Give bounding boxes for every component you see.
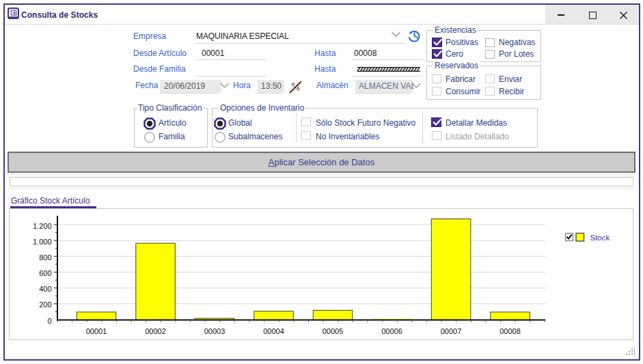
svg-text:1.000: 1.000: [33, 238, 52, 246]
svg-text:00006: 00006: [381, 327, 402, 335]
svg-text:400: 400: [39, 285, 51, 293]
svg-text:00004: 00004: [263, 327, 284, 335]
svg-text:600: 600: [39, 269, 51, 277]
svg-text:00005: 00005: [323, 327, 344, 335]
svg-text:00002: 00002: [145, 327, 166, 335]
svg-text:00003: 00003: [204, 327, 225, 335]
svg-text:Stock: Stock: [590, 234, 610, 242]
svg-text:1.200: 1.200: [33, 222, 52, 230]
svg-text:00001: 00001: [86, 327, 107, 335]
svg-text:00008: 00008: [500, 327, 521, 335]
svg-text:800: 800: [39, 253, 51, 262]
svg-text:0: 0: [47, 317, 51, 325]
svg-text:00007: 00007: [441, 327, 462, 335]
svg-text:200: 200: [39, 300, 51, 309]
